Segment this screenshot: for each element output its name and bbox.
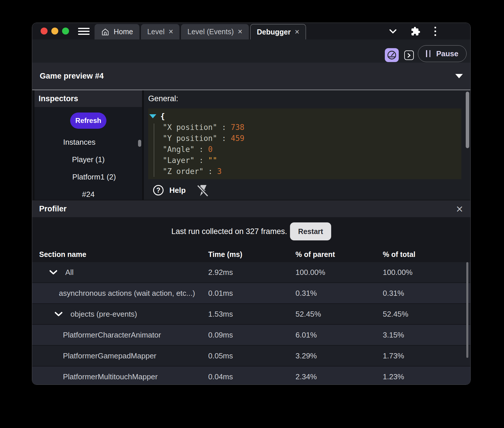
- section-time: 0.09ms: [208, 325, 233, 345]
- profiler-status-row: Last run collected on 327 frames. Restar…: [32, 217, 470, 240]
- restart-button[interactable]: Restart: [290, 222, 331, 240]
- inspector-tree: Instances Player (1) Platform1 (2) #24: [35, 133, 142, 200]
- profiler-gauge-button[interactable]: [385, 48, 399, 62]
- section-percent-parent: 52.45%: [295, 304, 321, 324]
- tab-level[interactable]: Level ×: [141, 24, 180, 39]
- section-name: All: [65, 268, 74, 277]
- gauge-icon: [386, 49, 398, 61]
- table-row[interactable]: PlatformerGamepadMapper 0.05ms 3.29% 1.7…: [32, 346, 470, 367]
- profiler-rows: All 2.92ms 100.00% 100.00% asynchronous …: [32, 262, 470, 385]
- close-profiler-icon[interactable]: ×: [456, 204, 463, 213]
- column-percent-total: % of total: [383, 250, 416, 259]
- table-row[interactable]: PlatformerMultitouchMapper 0.04ms 2.34% …: [32, 367, 470, 385]
- profiler-body: Last run collected on 327 frames. Restar…: [32, 217, 470, 385]
- collapse-triangle-icon: [455, 74, 463, 78]
- table-row[interactable]: asynchronous actions (wait action, etc..…: [32, 283, 470, 304]
- json-property: "Layer" : "": [148, 155, 461, 166]
- close-tab-icon[interactable]: ×: [168, 28, 173, 36]
- pause-icon: [426, 50, 430, 57]
- help-question-icon[interactable]: ?: [153, 185, 164, 195]
- expand-chevron-icon[interactable]: [49, 270, 58, 275]
- section-name: objects (pre-events): [70, 310, 137, 319]
- section-percent-parent: 3.29%: [295, 346, 317, 366]
- json-value: 459: [231, 134, 244, 143]
- profiler-header: Profiler ×: [32, 200, 470, 217]
- extensions-puzzle-icon[interactable]: [411, 26, 420, 36]
- json-property: "Angle" : 0: [148, 144, 461, 155]
- traffic-minimize-button[interactable]: [51, 28, 58, 35]
- traffic-close-button[interactable]: [41, 28, 48, 35]
- json-property: "Y position" : 459: [148, 133, 461, 144]
- section-percent-total: 100.00%: [383, 262, 413, 282]
- game-preview-header[interactable]: Game preview #4: [32, 63, 470, 90]
- expand-chevron-icon[interactable]: [54, 311, 63, 317]
- column-section-name: Section name: [39, 250, 86, 259]
- section-percent-total: 0.31%: [383, 283, 404, 303]
- section-time: 0.01ms: [208, 283, 233, 303]
- close-tab-icon[interactable]: ×: [238, 28, 242, 36]
- tab-label: Debugger: [257, 28, 291, 36]
- section-time: 2.92ms: [208, 262, 233, 282]
- debugger-toolbar: Pause: [32, 39, 470, 63]
- section-percent-parent: 0.31%: [295, 283, 317, 303]
- inspectors-panel: Inspectors Refresh Instances Player (1) …: [35, 90, 142, 200]
- section-percent-parent: 100.00%: [295, 262, 325, 282]
- inspectors-title: Inspectors: [35, 90, 142, 107]
- debugger-panels: Inspectors Refresh Instances Player (1) …: [32, 90, 470, 200]
- pause-button[interactable]: Pause: [418, 45, 467, 62]
- pause-label: Pause: [436, 49, 458, 58]
- section-name: PlatformerCharacterAnimator: [63, 331, 161, 340]
- table-row[interactable]: All 2.92ms 100.00% 100.00%: [32, 262, 470, 283]
- unpin-cursor-icon[interactable]: [197, 184, 209, 197]
- tab-label: Level (Events): [187, 28, 234, 36]
- section-time: 1.53ms: [208, 304, 233, 324]
- inspectors-scrollbar-thumb[interactable]: [138, 140, 141, 147]
- profiler-scrollbar-thumb[interactable]: [466, 262, 468, 358]
- tab-level-events[interactable]: Level (Events) ×: [181, 24, 249, 39]
- help-link[interactable]: Help: [169, 186, 186, 195]
- general-panel: General: { "X position" : 738 "Y positio…: [144, 90, 470, 200]
- tree-item-platform1[interactable]: Platform1 (2): [40, 168, 142, 186]
- section-time: 0.05ms: [208, 346, 233, 366]
- traffic-zoom-button[interactable]: [62, 28, 69, 35]
- section-name: asynchronous actions (wait action, etc..…: [59, 289, 195, 298]
- hamburger-menu-icon[interactable]: [78, 28, 90, 37]
- section-percent-total: 52.45%: [383, 304, 408, 324]
- table-row[interactable]: PlatformerCharacterAnimator 0.09ms 6.01%…: [32, 325, 470, 346]
- profiler-table-header: Section name Time (ms) % of parent % of …: [32, 246, 470, 262]
- tab-label: Home: [114, 28, 133, 36]
- json-view: { "X position" : 738 "Y position" : 459 …: [148, 108, 461, 179]
- section-percent-total: 1.73%: [383, 346, 404, 366]
- section-name: PlatformerMultitouchMapper: [63, 372, 158, 381]
- section-name: PlatformerGamepadMapper: [63, 351, 156, 360]
- json-property: "X position" : 738: [148, 122, 461, 133]
- tab-home[interactable]: Home: [95, 24, 139, 39]
- console-button[interactable]: [404, 50, 414, 60]
- json-value: 0: [208, 145, 213, 154]
- game-preview-title: Game preview #4: [40, 72, 104, 81]
- profiler-title: Profiler: [39, 204, 67, 213]
- table-row[interactable]: objects (pre-events) 1.53ms 52.45% 52.45…: [32, 304, 470, 325]
- json-property: "Z order" : 3: [148, 166, 461, 177]
- json-value: "": [208, 156, 217, 165]
- tab-label: Level: [147, 28, 165, 36]
- close-tab-icon[interactable]: ×: [295, 28, 300, 36]
- json-indent-guide: [154, 124, 154, 177]
- profiler-status-text: Last run collected on 327 frames.: [171, 227, 287, 236]
- tab-debugger[interactable]: Debugger ×: [250, 24, 306, 39]
- tree-item-instances[interactable]: Instances: [35, 133, 133, 151]
- kebab-menu-icon[interactable]: [434, 27, 436, 36]
- app-window: Home Level × Level (Events) × Debugger ×: [32, 23, 471, 385]
- general-scrollbar-thumb[interactable]: [466, 92, 469, 148]
- section-percent-total: 1.23%: [383, 367, 404, 385]
- json-collapse-triangle-icon[interactable]: [149, 114, 156, 118]
- json-value: 738: [231, 123, 244, 132]
- tree-item-24[interactable]: #24: [35, 186, 142, 200]
- refresh-button[interactable]: Refresh: [70, 113, 106, 129]
- help-row: ? Help: [153, 184, 209, 197]
- window-top-icons: [389, 23, 436, 39]
- home-icon: [101, 28, 110, 36]
- chevron-down-icon[interactable]: [389, 29, 397, 34]
- tree-item-player[interactable]: Player (1): [35, 151, 142, 168]
- json-value: 3: [217, 167, 222, 176]
